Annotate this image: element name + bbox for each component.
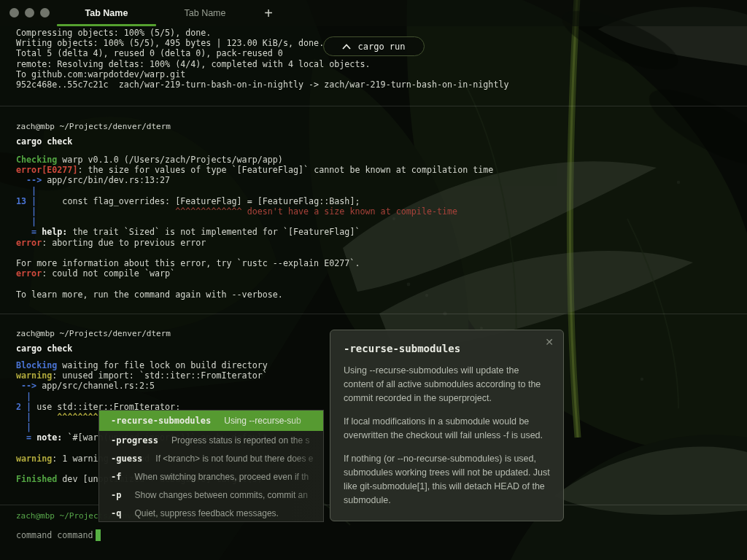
doc-paragraph: If nothing (or --no-recurse-submodules) … [344, 452, 550, 508]
terminal-window: Compressing objects: 100% (5/5), done.Wr… [0, 0, 747, 560]
active-tab-indicator [57, 24, 156, 26]
tab-label: Tab Name [185, 8, 226, 18]
flag-label: -guess [111, 454, 142, 464]
flag-description: Show changes between commits, commit an [134, 490, 307, 500]
menu-item-f[interactable]: -f When switching branches, proceed even… [99, 467, 323, 486]
doc-paragraph: If local modifications in a submodule wo… [344, 415, 550, 443]
flag-label: -f [111, 472, 121, 482]
flag-description: Quiet, suppress feedback messages. [134, 508, 278, 518]
flag-label: -q [111, 508, 121, 518]
new-tab-button[interactable]: + [260, 2, 277, 24]
tab-active[interactable]: Tab Name [57, 0, 156, 26]
flag-label: -progress [111, 435, 158, 446]
flag-doc-panel: ✕ -recurse-submodules Using --recurse-su… [330, 330, 564, 521]
titlebar: Tab Name Tab Name + [0, 0, 747, 26]
doc-title: -recurse-submodules [344, 343, 550, 354]
flag-description: If <branch> is not found but there does … [155, 454, 313, 464]
tab-label: Tab Name [85, 8, 128, 18]
command-input[interactable]: command command [16, 530, 93, 541]
flag-description: Using --recurse-sub [224, 416, 301, 426]
doc-paragraph: Using --recurse-submodules will update t… [344, 364, 550, 405]
zoom-window-button[interactable] [40, 8, 50, 18]
autocomplete-menu: -recurse-submodules Using --recurse-sub … [98, 410, 324, 522]
minimize-window-button[interactable] [25, 8, 34, 18]
text-cursor [96, 529, 101, 541]
flag-label: -recurse-submodules [111, 416, 211, 426]
menu-item-q[interactable]: -q Quiet, suppress feedback messages. [99, 504, 323, 522]
flag-description: Progress status is reported on the s [171, 435, 309, 446]
rerun-command-pill[interactable]: cargo run [323, 36, 425, 56]
rerun-command-label: cargo run [357, 42, 405, 52]
flag-description: When switching branches, proceed even if… [134, 472, 309, 482]
menu-item-guess[interactable]: -guess If <branch> is not found but ther… [99, 449, 323, 467]
chevron-up-icon [342, 44, 351, 50]
menu-item-recurse-submodules[interactable]: -recurse-submodules Using --recurse-sub [99, 411, 323, 431]
close-window-button[interactable] [9, 8, 19, 18]
close-icon[interactable]: ✕ [545, 337, 554, 347]
flag-label: -p [111, 490, 121, 500]
menu-item-progress[interactable]: -progress Progress status is reported on… [99, 431, 323, 449]
tab-inactive[interactable]: Tab Name [172, 0, 238, 26]
menu-item-p[interactable]: -p Show changes between commits, commit … [99, 486, 323, 504]
